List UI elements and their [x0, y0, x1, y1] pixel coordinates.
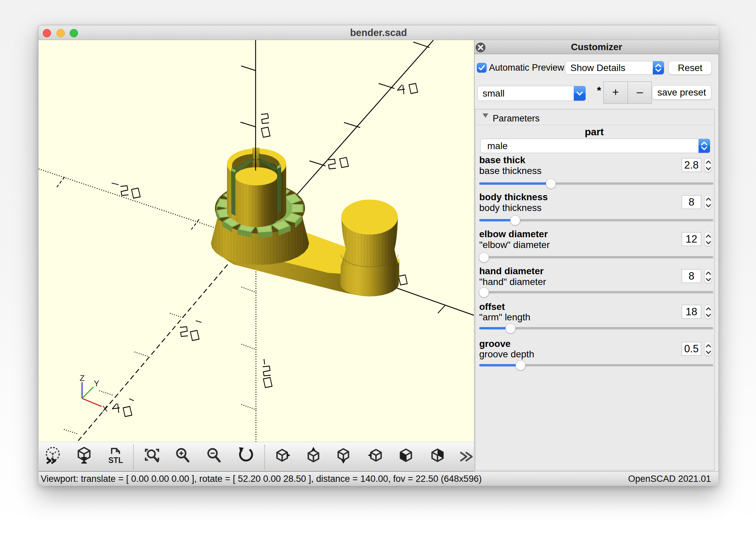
- svg-text:Y: Y: [94, 379, 99, 388]
- svg-text:Z: Z: [80, 373, 85, 383]
- svg-text:STL: STL: [108, 456, 123, 465]
- svg-text:X: X: [102, 404, 108, 413]
